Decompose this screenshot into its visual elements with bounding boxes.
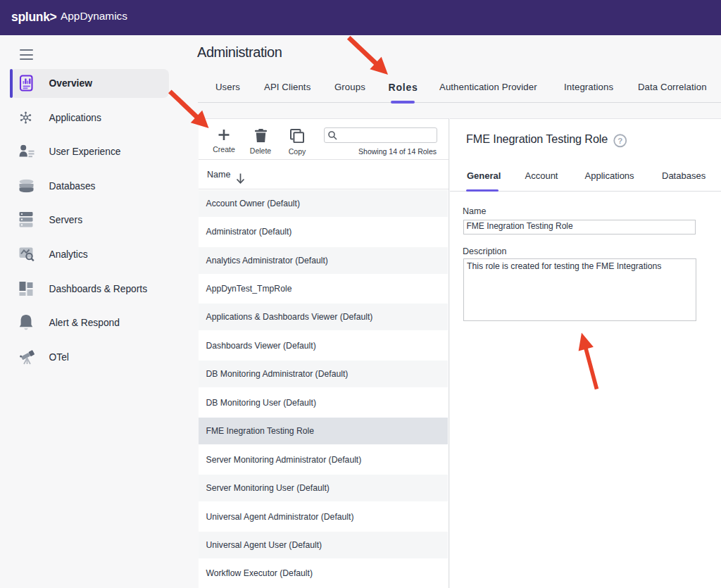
svg-text:?: ?: [618, 137, 623, 145]
